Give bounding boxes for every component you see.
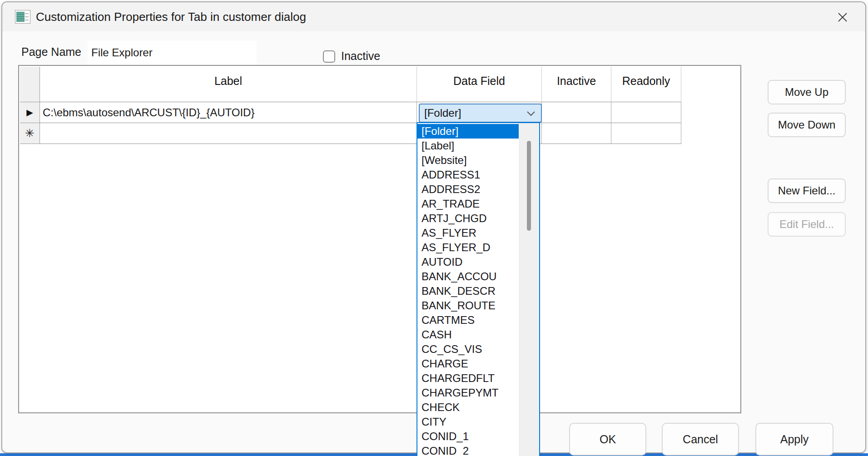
dropdown-item[interactable]: [Website] [417,153,519,168]
ok-button[interactable]: OK [569,423,646,456]
dropdown-item[interactable]: AS_FLYER [417,226,519,240]
dropdown-item[interactable]: CONID_2 [417,444,519,456]
dropdown-item[interactable]: CC_CS_VIS [417,342,519,357]
dropdown-item[interactable]: ADDRESS2 [417,182,519,197]
row1-inactive-cell[interactable] [542,102,611,123]
row2-label-cell[interactable] [40,123,417,144]
row-selector-new[interactable]: ✳ [20,123,40,144]
window-title: Customization Properties for Tab in cust… [36,2,306,31]
dropdown-item[interactable]: CHECK [417,400,519,415]
dropdown-scrollbar-thumb[interactable] [527,141,531,231]
dropdown-item[interactable]: CASH [417,327,519,342]
data-field-combobox-value: [Folder] [424,107,461,119]
grid-header-label[interactable]: Label [40,67,417,102]
fields-grid: Label Data Field Inactive Readonly ▶ C:\… [18,65,741,413]
row-selector-current[interactable]: ▶ [20,102,40,123]
inactive-checkbox-label: Inactive [341,50,380,63]
edit-field-button[interactable]: Edit Field... [768,212,846,237]
dropdown-scrollbar[interactable] [519,123,539,456]
move-down-button[interactable]: Move Down [768,113,846,137]
dropdown-item[interactable]: ADDRESS1 [417,168,519,182]
current-row-icon: ▶ [26,107,33,118]
new-field-button[interactable]: New Field... [768,178,846,203]
dropdown-item[interactable]: CARTMES [417,313,519,327]
dropdown-item[interactable]: AUTOID [417,255,519,269]
row2-readonly-cell[interactable] [611,123,681,144]
row1-label-cell[interactable]: C:\ebms\autosend\ARCUST\{ID}_{AUTOID} [40,102,417,123]
cancel-button[interactable]: Cancel [662,423,739,456]
page-name-input[interactable] [88,41,257,64]
dropdown-item[interactable]: CITY [417,415,519,429]
dropdown-item[interactable]: BANK_ROUTE [417,298,519,313]
app-icon [15,10,30,24]
grid-header-selector [20,67,40,102]
data-field-dropdown-list: [Folder][Label][Website]ADDRESS1ADDRESS2… [417,124,519,456]
grid-header-inactive[interactable]: Inactive [542,67,611,102]
dropdown-item[interactable]: AR_TRADE [417,197,519,211]
inactive-checkbox[interactable] [323,50,335,63]
move-up-button[interactable]: Move Up [768,80,846,104]
dropdown-item[interactable]: [Label] [417,139,519,153]
dropdown-item[interactable]: CHARGE [417,357,519,371]
dropdown-item[interactable]: [Folder] [417,124,519,139]
dropdown-item[interactable]: CONID_1 [417,429,519,444]
data-field-dropdown: [Folder][Label][Website]ADDRESS1ADDRESS2… [417,122,540,456]
apply-button[interactable]: Apply [755,423,833,456]
chevron-down-icon [526,111,536,116]
dropdown-item[interactable]: CHARGEPYMT [417,386,519,400]
grid-header-readonly[interactable]: Readonly [611,67,681,102]
new-row-icon: ✳ [25,127,35,140]
close-button[interactable] [832,8,853,27]
title-bar: Customization Properties for Tab in cust… [2,2,865,31]
dropdown-item[interactable]: BANK_ACCOU [417,269,519,284]
row1-readonly-cell[interactable] [611,102,681,123]
row2-inactive-cell[interactable] [542,123,611,144]
grid-header-data-field[interactable]: Data Field [417,67,542,102]
dropdown-item[interactable]: AS_FLYER_D [417,240,519,255]
dropdown-item[interactable]: BANK_DESCR [417,284,519,298]
close-icon [837,11,848,23]
dropdown-item[interactable]: ARTJ_CHGD [417,211,519,226]
dropdown-item[interactable]: CHARGEDFLT [417,371,519,386]
page-name-label: Page Name [21,45,81,59]
data-field-combobox[interactable]: [Folder] [419,104,542,123]
